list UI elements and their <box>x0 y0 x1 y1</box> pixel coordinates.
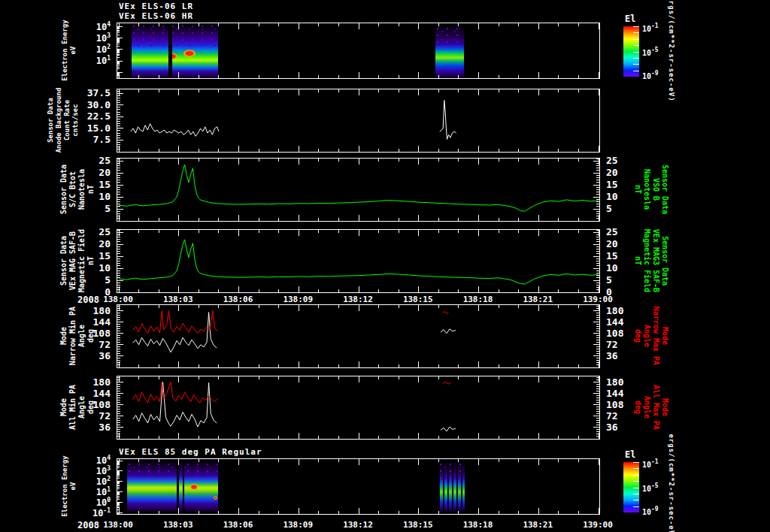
y-tick-label: 144 <box>77 388 111 399</box>
y-tick-label: 101 <box>77 55 111 66</box>
y-tick-label: 72 <box>77 339 111 350</box>
y-tick-label: 10 <box>77 191 111 202</box>
y-tick-label: 7.5 <box>77 134 111 145</box>
x-tick-label: 138:00 <box>95 295 141 304</box>
y-tick-label: 30.0 <box>77 99 111 110</box>
y-tick-label: 5 <box>606 274 639 286</box>
panel7-title: VEx ELS 85 deg PA Regular <box>119 447 262 457</box>
y-tick-label: 100 <box>77 497 111 508</box>
y-tick-label: 15 <box>606 179 639 190</box>
x-tick-label: 138:18 <box>456 520 501 530</box>
x-tick-label: 138:03 <box>156 520 201 530</box>
plot-window: VEx ELS-06 LR VEx ELS-06 HR VEx ELS 85 d… <box>0 0 770 532</box>
panel1-ylabel: Electron Energy eV <box>61 20 77 80</box>
plot-area-p6[interactable] <box>117 376 600 440</box>
y-tick-label: 36 <box>606 422 639 433</box>
y-tick-label: 20 <box>606 167 639 178</box>
y-tick-label: 5 <box>77 203 111 214</box>
plot-area-p1[interactable] <box>117 23 600 79</box>
y-tick-label: 36 <box>606 350 639 361</box>
y-tick-label: 5 <box>77 274 111 286</box>
y-tick-label: 25 <box>77 155 111 166</box>
x-tick-label: 138:03 <box>156 295 201 304</box>
plot-area-p5[interactable] <box>117 304 600 368</box>
panel-ticks-and-series <box>117 89 599 152</box>
y-tick-label: 25 <box>77 226 111 237</box>
panel2-ylabel: Sensor Data Anode Background Count Rate … <box>47 88 80 153</box>
year-label-bottom: 2008 <box>66 520 99 530</box>
colorbar-tick-label: 10-5 <box>642 482 659 492</box>
y-tick-label: 180 <box>77 376 111 388</box>
x-tick-label: 139:00 <box>575 520 620 530</box>
x-tick-label: 139:00 <box>575 295 620 304</box>
x-tick-label: 138:09 <box>275 520 320 530</box>
y-tick-label: 25 <box>606 155 639 166</box>
y-tick-label: 5 <box>606 203 639 214</box>
series-sc-btot <box>119 165 599 211</box>
series-narrow-min-pa-seg1 <box>133 313 217 352</box>
y-tick-label: 144 <box>606 388 639 399</box>
series-narrow-max-pa-seg2 <box>443 311 449 313</box>
y-tick-label: 102 <box>77 44 111 55</box>
y-tick-label: 102 <box>77 476 111 487</box>
colorbar-tick-label: 10-9 <box>642 70 659 80</box>
y-tick-label: 108 <box>606 328 639 339</box>
y-tick-label: 104 <box>77 21 111 32</box>
y-tick-label: 72 <box>606 410 639 422</box>
y-tick-label: 36 <box>77 350 111 361</box>
y-tick-label: 103 <box>77 32 111 44</box>
y-tick-label: 15 <box>606 250 639 261</box>
panel1-title-hr: VEx ELS-06 HR <box>119 11 193 21</box>
x-tick-label: 138:06 <box>216 295 261 304</box>
series-all-min-pa-seg2 <box>441 427 456 431</box>
series-all-min-pa-seg1 <box>133 382 217 428</box>
x-tick-label: 138:21 <box>515 520 560 530</box>
x-tick-label: 138:00 <box>95 520 141 530</box>
y-tick-label: 101 <box>77 486 111 497</box>
series-all-max-pa-seg2 <box>443 382 451 385</box>
y-tick-label: 36 <box>77 422 111 433</box>
panel-ticks-and-series <box>117 230 599 292</box>
series-narrow-min-pa-seg2 <box>441 329 456 334</box>
y-tick-label: 108 <box>77 399 111 410</box>
y-tick-label: 10 <box>606 191 639 202</box>
colorbar-minor-ticks <box>633 26 639 77</box>
y-tick-label: 15.0 <box>77 122 111 134</box>
panel-ticks-and-series <box>117 159 599 221</box>
panel-ticks-and-series <box>117 23 599 78</box>
panel-ticks-and-series <box>117 305 599 367</box>
series-narrow-max-pa-seg1 <box>133 311 218 334</box>
colorbar-units-bottom: ergs/(cm**2-sr-sec-eV) <box>668 434 675 532</box>
plot-area-p7[interactable] <box>117 458 600 515</box>
series-mag-saf-b <box>119 240 599 284</box>
y-tick-label: 20 <box>606 238 639 249</box>
x-tick-label: 138:21 <box>515 295 560 304</box>
x-tick-label: 138:09 <box>275 295 320 304</box>
x-tick-label: 138:06 <box>216 520 261 530</box>
series-count-rate-seg1 <box>131 124 219 137</box>
plot-area-p4[interactable] <box>117 229 600 293</box>
plot-area-p3[interactable] <box>117 158 600 222</box>
y-tick-label: 104 <box>77 455 111 466</box>
colorbar-minor-ticks <box>633 462 639 512</box>
colorbar-tick-label: 10-9 <box>642 506 659 515</box>
panel-ticks-and-series <box>117 376 599 439</box>
x-tick-label: 138:18 <box>456 295 501 304</box>
panel-ticks-and-series <box>117 459 599 514</box>
y-tick-label: 22.5 <box>77 110 111 122</box>
colorbar-tick-label: 10-1 <box>642 458 659 468</box>
y-tick-label: 15 <box>77 250 111 261</box>
y-tick-label: 10 <box>606 262 639 274</box>
plot-area-p2[interactable] <box>117 89 600 153</box>
series-count-rate-seg2 <box>440 101 456 140</box>
y-tick-label: 72 <box>77 410 111 422</box>
x-tick-label: 138:15 <box>396 520 441 530</box>
y-tick-label: 20 <box>77 238 111 249</box>
x-tick-label: 138:12 <box>335 520 380 530</box>
colorbar-label: El <box>625 14 635 24</box>
y-tick-label: 25 <box>606 226 639 237</box>
y-tick-label: 180 <box>606 305 639 316</box>
panel1-title-lr: VEx ELS-06 LR <box>119 2 193 11</box>
y-tick-label: 108 <box>77 328 111 339</box>
y-tick-label: 180 <box>606 376 639 388</box>
